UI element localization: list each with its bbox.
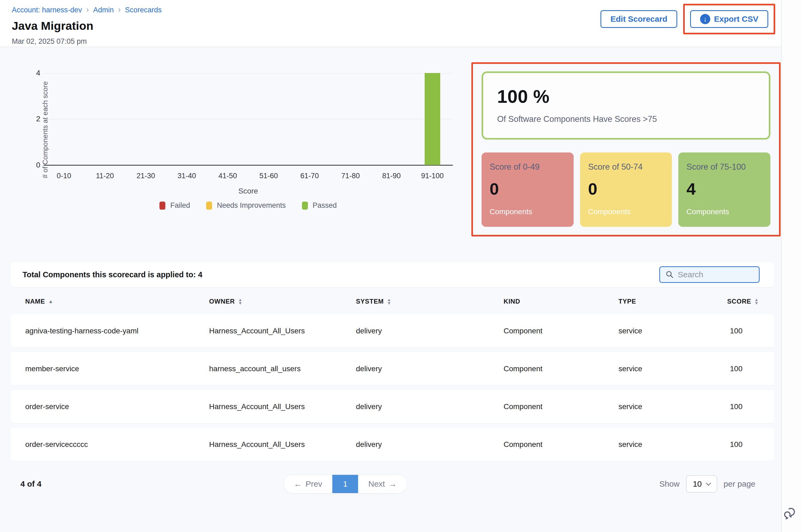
x-tick-label: 11-20 <box>84 172 126 180</box>
sort-icon[interactable]: ▲▼ <box>754 298 759 305</box>
column-header-score[interactable]: SCORE▲▼ <box>727 298 759 305</box>
x-tick-label: 41-50 <box>207 172 248 180</box>
bar-slot-21-30 <box>125 73 167 165</box>
score-range-card: Score of 75-1004Components <box>678 152 770 227</box>
breadcrumb-account-link[interactable]: Account: harness-dev <box>12 6 82 14</box>
chart-legend: FailedNeeds ImprovementsPassed <box>43 201 453 210</box>
download-circle-icon: ↓ <box>700 14 710 24</box>
next-page-button[interactable]: Next → <box>358 475 407 493</box>
sort-ascending-icon[interactable]: ▲ <box>48 299 53 304</box>
bar-slot-11-20 <box>84 73 126 165</box>
cell-type: service <box>618 327 727 335</box>
cell-score: 100 <box>727 364 755 373</box>
edit-scorecard-button[interactable]: Edit Scorecard <box>600 10 677 28</box>
legend-label: Passed <box>313 201 337 210</box>
cell-owner: Harness_Account_All_Users <box>209 327 356 335</box>
score-range-caption: Components <box>686 208 762 216</box>
bar-91-100[interactable] <box>425 73 440 165</box>
legend-item-failed[interactable]: Failed <box>159 201 190 210</box>
score-range-caption: Components <box>490 208 566 216</box>
bar-slot-41-50 <box>207 73 248 165</box>
headline-percentage: 100 % <box>497 86 755 107</box>
column-header-system[interactable]: SYSTEM▲▼ <box>356 298 503 305</box>
right-edge-panel <box>781 0 801 532</box>
cell-score: 100 <box>727 402 755 411</box>
export-csv-annotation-box: ↓ Export CSV <box>683 4 775 34</box>
legend-item-passed[interactable]: Passed <box>302 201 337 210</box>
score-range-value: 0 <box>490 179 566 198</box>
cell-kind: Component <box>503 327 618 335</box>
x-tick-label: 71-80 <box>330 172 371 180</box>
next-label: Next <box>368 479 385 489</box>
breadcrumb-separator-icon: › <box>118 5 121 15</box>
table-header-row: NAME▲OWNER▲▼SYSTEM▲▼KINDTYPESCORE▲▼ <box>11 287 774 314</box>
chevron-down-icon <box>706 480 711 486</box>
page-size-control: Show 10 per page <box>660 475 755 493</box>
column-header-owner[interactable]: OWNER▲▼ <box>209 298 356 305</box>
breadcrumb-admin-link[interactable]: Admin <box>93 6 114 14</box>
cell-owner: harness_account_all_users <box>209 364 356 373</box>
show-label: Show <box>660 479 680 489</box>
x-tick-label: 81-90 <box>371 172 412 180</box>
table-row[interactable]: order-serviceHarness_Account_All_Usersde… <box>11 390 774 423</box>
bar-slot-61-70 <box>289 73 330 165</box>
table-row[interactable]: agniva-testing-harness-code-yamlHarness_… <box>11 314 774 347</box>
x-tick-label: 61-70 <box>289 172 330 180</box>
bar-slot-81-90 <box>371 73 412 165</box>
score-distribution-chart: # of Components at each score 4 2 0 0-10… <box>11 62 464 223</box>
scorecard-timestamp: Mar 02, 2025 07:05 pm <box>12 37 769 45</box>
breadcrumb-scorecards-link[interactable]: Scorecards <box>125 6 162 14</box>
support-chat-icon[interactable] <box>783 507 797 521</box>
column-label: SYSTEM <box>356 298 384 305</box>
score-range-caption: Components <box>588 208 664 216</box>
search-box[interactable] <box>659 266 760 283</box>
sort-icon[interactable]: ▲▼ <box>387 298 392 305</box>
cell-name: member-service <box>25 364 209 373</box>
page-size-value: 10 <box>693 479 702 489</box>
column-label: NAME <box>25 298 45 305</box>
legend-label: Needs Improvements <box>217 201 286 210</box>
headline-caption: Of Software Components Have Scores >75 <box>497 114 755 124</box>
chart-x-tick-labels: 0-1011-2021-3031-4041-5051-6061-7071-808… <box>43 172 453 180</box>
score-range-value: 0 <box>588 179 664 198</box>
column-label: SCORE <box>727 298 751 305</box>
prev-label: Prev <box>306 479 322 489</box>
cell-owner: Harness_Account_All_Users <box>209 440 356 449</box>
chart-plot-area: 4 2 0 <box>43 73 453 165</box>
prev-page-button[interactable]: ← Prev <box>284 475 332 493</box>
score-range-value: 4 <box>686 179 762 198</box>
cell-kind: Component <box>503 402 618 411</box>
legend-swatch-icon <box>206 202 212 210</box>
score-range-card: Score of 50-740Components <box>580 152 672 227</box>
summary-annotation-box: 100 % Of Software Components Have Scores… <box>471 62 781 236</box>
search-input[interactable] <box>678 270 754 279</box>
y-tick-label: 0 <box>30 161 40 169</box>
sort-icon[interactable]: ▲▼ <box>238 298 243 305</box>
chart-x-axis-label: Score <box>43 187 453 195</box>
column-header-name[interactable]: NAME▲ <box>25 298 209 305</box>
cell-type: service <box>618 402 727 411</box>
cell-name: order-service <box>25 402 209 411</box>
score-range-title: Score of 75-100 <box>686 162 762 172</box>
cell-system: delivery <box>356 440 503 449</box>
export-csv-button[interactable]: ↓ Export CSV <box>690 10 768 28</box>
x-tick-label: 51-60 <box>248 172 289 180</box>
x-tick-label: 31-40 <box>167 172 208 180</box>
score-range-title: Score of 0-49 <box>490 162 566 172</box>
table-row[interactable]: order-servicecccccHarness_Account_All_Us… <box>11 428 774 461</box>
legend-item-needs-improvements[interactable]: Needs Improvements <box>206 201 286 210</box>
bar-slot-71-80 <box>330 73 371 165</box>
cell-owner: Harness_Account_All_Users <box>209 402 356 411</box>
score-range-cards: Score of 0-490ComponentsScore of 50-740C… <box>481 152 770 227</box>
total-components-label: Total Components this scorecard is appli… <box>22 270 203 279</box>
page-1-button[interactable]: 1 <box>332 475 358 493</box>
table-toolbar: Total Components this scorecard is appli… <box>11 262 774 287</box>
page-size-select[interactable]: 10 <box>686 475 717 493</box>
cell-kind: Component <box>503 440 618 449</box>
cell-system: delivery <box>356 327 503 335</box>
cell-name: agniva-testing-harness-code-yaml <box>25 327 209 335</box>
arrow-left-icon: ← <box>294 479 302 489</box>
components-table-section: Total Components this scorecard is appli… <box>11 262 774 493</box>
column-label: TYPE <box>618 298 636 305</box>
table-row[interactable]: member-serviceharness_account_all_usersd… <box>11 352 774 385</box>
